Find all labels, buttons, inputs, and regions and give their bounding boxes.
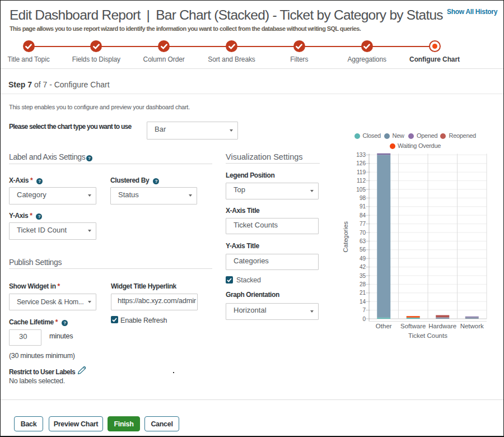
- svg-text:63: 63: [360, 238, 366, 244]
- svg-text:Network: Network: [460, 323, 484, 329]
- svg-text:49: 49: [360, 255, 366, 262]
- svg-text:98: 98: [360, 195, 366, 201]
- svg-text:56: 56: [360, 247, 366, 253]
- svg-text:133: 133: [356, 152, 366, 158]
- svg-text:14: 14: [360, 299, 366, 305]
- svg-text:0: 0: [362, 316, 366, 322]
- svg-text:Hardware: Hardware: [428, 323, 456, 329]
- svg-text:21: 21: [360, 290, 366, 296]
- svg-text:28: 28: [360, 281, 366, 287]
- svg-text:112: 112: [357, 178, 366, 184]
- svg-text:77: 77: [360, 221, 366, 227]
- svg-text:Software: Software: [400, 323, 426, 329]
- svg-text:91: 91: [360, 203, 366, 210]
- svg-text:105: 105: [356, 187, 366, 193]
- svg-text:119: 119: [357, 169, 366, 175]
- svg-text:126: 126: [356, 160, 366, 166]
- svg-text:84: 84: [360, 212, 366, 218]
- svg-text:Categories: Categories: [342, 221, 349, 253]
- svg-text:35: 35: [360, 273, 366, 279]
- svg-text:Other: Other: [376, 323, 392, 329]
- svg-text:42: 42: [360, 264, 366, 270]
- svg-text:70: 70: [360, 230, 366, 236]
- svg-text:Ticket Counts: Ticket Counts: [408, 332, 447, 339]
- svg-text:7: 7: [362, 307, 366, 313]
